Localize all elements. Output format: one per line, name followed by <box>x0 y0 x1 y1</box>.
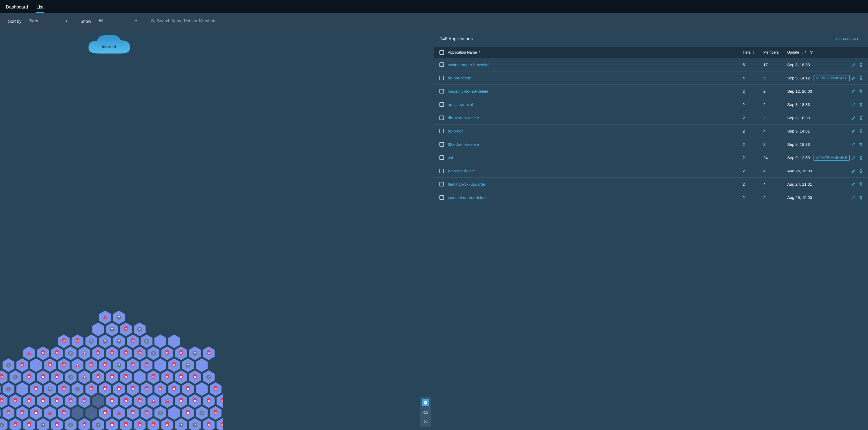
hex-node[interactable] <box>168 334 180 349</box>
delete-icon[interactable] <box>859 89 863 94</box>
edit-icon[interactable] <box>851 89 856 94</box>
app-name-link[interactable]: do-p-not <box>448 129 463 133</box>
hex-node[interactable] <box>195 358 208 373</box>
delete-icon[interactable] <box>859 155 863 160</box>
col-tiers[interactable]: Tiers <box>743 50 761 55</box>
edit-icon[interactable] <box>851 142 856 147</box>
tab-list[interactable]: List <box>36 2 44 13</box>
row-checkbox[interactable] <box>439 89 444 94</box>
hex-node[interactable] <box>16 382 29 397</box>
update-available-badge[interactable]: UPDATE AVAILABLE <box>813 155 850 161</box>
row-checkbox[interactable] <box>439 102 444 107</box>
row-checkbox[interactable] <box>439 182 444 187</box>
edit-icon[interactable] <box>851 129 856 134</box>
hex-node[interactable] <box>30 358 43 373</box>
top-nav: DashboardList <box>0 0 868 13</box>
edit-icon[interactable] <box>851 62 856 67</box>
row-checkbox[interactable] <box>439 62 444 67</box>
hex-node[interactable] <box>92 394 105 408</box>
app-name-link[interactable]: flemingo-3xl-upgarde <box>448 182 486 187</box>
row-updated: Aug 24, 11:01 <box>787 182 812 187</box>
col-application-name[interactable]: Application Name <box>448 50 741 55</box>
select-all-checkbox[interactable] <box>439 50 444 55</box>
delete-icon[interactable] <box>859 182 863 187</box>
app-name-link[interactable]: longevity-do-not-delete <box>448 89 489 94</box>
delete-icon[interactable] <box>859 169 863 173</box>
svg-text:?: ? <box>159 411 161 415</box>
update-all-button[interactable]: UPDATE ALL <box>832 35 863 43</box>
hex-node[interactable] <box>195 382 208 397</box>
row-checkbox[interactable] <box>439 169 444 173</box>
hex-node[interactable] <box>71 405 84 421</box>
tab-dashboard[interactable]: Dashboard <box>5 2 28 13</box>
cloud-tool[interactable] <box>422 408 429 416</box>
row-updated: Sep 8, 18:33 <box>787 142 810 146</box>
app-name-link[interactable]: do-not-delete <box>448 76 471 80</box>
search-input[interactable] <box>157 19 229 23</box>
hex-node[interactable] <box>92 322 105 337</box>
delete-icon[interactable] <box>859 102 863 107</box>
edit-icon[interactable] <box>851 169 856 173</box>
app-name-link[interactable]: jparimal-do-not-delete <box>448 195 487 200</box>
hex-node[interactable] <box>154 334 167 349</box>
row-tiers: 4 <box>743 76 761 80</box>
row-tiers: 5 <box>743 62 761 67</box>
app-name-link[interactable]: col <box>448 155 453 160</box>
sort-icon <box>805 51 808 54</box>
svg-text:?: ? <box>97 423 99 427</box>
table-row: arpitja-sn-eval22Sep 8, 18:33 <box>434 98 868 111</box>
topology-canvas[interactable]: Internet !???????!?!???!????!????!!?!!??… <box>0 30 434 430</box>
row-members: 2 <box>763 102 785 107</box>
hex-node[interactable] <box>133 370 146 385</box>
hex-node[interactable] <box>85 405 98 421</box>
hex-node[interactable] <box>154 358 167 373</box>
svg-text:?: ? <box>139 328 141 331</box>
edit-icon[interactable] <box>851 115 856 120</box>
row-checkbox[interactable] <box>439 129 444 133</box>
row-members: 4 <box>763 129 785 133</box>
table-header: Application Name Tiers Members Update… <box>434 47 868 58</box>
edit-icon[interactable] <box>851 102 856 107</box>
delete-icon[interactable] <box>859 142 863 147</box>
svg-text:?: ? <box>104 339 106 343</box>
row-checkbox[interactable] <box>439 115 444 120</box>
row-checkbox[interactable] <box>439 155 444 160</box>
row-tiers: 2 <box>743 155 761 160</box>
row-checkbox[interactable] <box>439 142 444 146</box>
show-select[interactable]: All ▾ <box>98 18 143 25</box>
svg-text:?: ? <box>90 339 92 343</box>
edit-icon[interactable] <box>851 155 856 160</box>
app-name-link[interactable]: customercare-brownfiel… <box>448 62 493 67</box>
row-checkbox[interactable] <box>439 76 444 80</box>
row-checkbox[interactable] <box>439 195 444 200</box>
delete-icon[interactable] <box>859 62 863 67</box>
delete-icon[interactable] <box>859 115 863 120</box>
col-members[interactable]: Members <box>763 50 785 55</box>
shield-tool[interactable] <box>422 399 429 406</box>
app-name-link[interactable]: 65x-do-not-delete <box>448 142 479 146</box>
edit-icon[interactable] <box>851 195 856 200</box>
edit-icon[interactable] <box>851 182 856 187</box>
table-row: 65x-do-not-delete22Sep 8, 18:33 <box>434 138 868 151</box>
update-available-badge[interactable]: UPDATE AVAILABLE <box>813 75 850 81</box>
col-updated[interactable]: Update… <box>787 50 846 55</box>
svg-text:!: ! <box>105 316 106 319</box>
show-label: Show <box>81 19 91 24</box>
filter-bar: Sort by Tiers ▾ Show All ▾ <box>0 13 868 30</box>
hex-node[interactable] <box>168 405 180 421</box>
row-updated: Sep 9, 12:59 <box>787 155 810 160</box>
app-name-link[interactable]: arpitja-sn-eval <box>448 102 473 107</box>
graph-tool[interactable] <box>422 418 429 426</box>
delete-icon[interactable] <box>859 76 863 80</box>
sort-by-select[interactable]: Tiers ▾ <box>28 18 73 25</box>
svg-text:!: ! <box>77 364 78 367</box>
row-members: 4 <box>763 169 785 173</box>
edit-icon[interactable] <box>851 76 856 80</box>
delete-icon[interactable] <box>859 195 863 200</box>
delete-icon[interactable] <box>859 129 863 134</box>
row-members: 5 <box>763 76 785 80</box>
row-tiers: 2 <box>743 115 761 120</box>
app-name-link[interactable]: dhruv-dont-delete <box>448 115 479 120</box>
app-name-link[interactable]: p-do-not-delete <box>448 169 475 173</box>
search-box[interactable] <box>150 18 230 25</box>
